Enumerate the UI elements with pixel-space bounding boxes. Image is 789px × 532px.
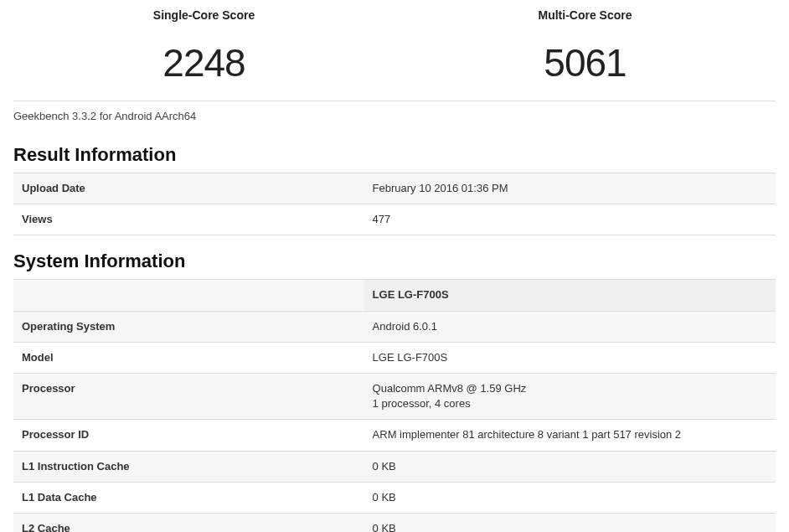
row-label: Processor — [13, 373, 364, 419]
row-value: 0 KB — [364, 513, 776, 532]
row-label: L1 Instruction Cache — [13, 451, 364, 482]
row-value: ARM implementer 81 architecture 8 varian… — [364, 420, 776, 451]
table-row: L1 Instruction Cache0 KB — [13, 451, 776, 482]
system-header-row: LGE LG-F700S — [13, 280, 776, 311]
scores-row: Single-Core Score 2248 Multi-Core Score … — [13, 8, 776, 101]
row-label: Operating System — [13, 311, 364, 342]
table-row: Operating SystemAndroid 6.0.1 — [13, 311, 776, 342]
row-value: 477 — [364, 204, 776, 235]
table-row: ProcessorQualcomm ARMv8 @ 1.59 GHz 1 pro… — [13, 373, 776, 419]
table-row: Views 477 — [13, 204, 776, 235]
row-label: L2 Cache — [13, 513, 364, 532]
row-label: Model — [13, 342, 364, 373]
row-label: L1 Data Cache — [13, 482, 364, 513]
result-info-title: Result Information — [13, 144, 776, 166]
table-row: L2 Cache0 KB — [13, 513, 776, 532]
row-label: Processor ID — [13, 420, 364, 451]
result-info-table: Upload Date February 10 2016 01:36 PM Vi… — [13, 173, 776, 235]
table-row: L1 Data Cache0 KB — [13, 482, 776, 513]
table-row: ModelLGE LG-F700S — [13, 342, 776, 373]
row-label: Upload Date — [13, 173, 364, 204]
single-core-label: Single-Core Score — [13, 8, 394, 22]
multi-core-label: Multi-Core Score — [394, 8, 776, 22]
single-core-value: 2248 — [13, 40, 394, 85]
version-note: Geekbench 3.3.2 for Android AArch64 — [13, 110, 776, 122]
single-core-col: Single-Core Score 2248 — [13, 8, 394, 85]
system-info-title: System Information — [13, 251, 776, 272]
device-header: LGE LG-F700S — [364, 280, 776, 311]
row-value: LGE LG-F700S — [364, 342, 776, 373]
multi-core-col: Multi-Core Score 5061 — [394, 8, 776, 85]
row-value: Qualcomm ARMv8 @ 1.59 GHz 1 processor, 4… — [364, 373, 776, 419]
row-value: 0 KB — [364, 482, 776, 513]
row-value: Android 6.0.1 — [364, 311, 776, 342]
empty-cell — [13, 280, 364, 311]
row-label: Views — [13, 204, 364, 235]
system-info-table: LGE LG-F700S Operating SystemAndroid 6.0… — [13, 279, 776, 532]
row-value: February 10 2016 01:36 PM — [364, 173, 776, 204]
table-row: Processor IDARM implementer 81 architect… — [13, 420, 776, 451]
table-row: Upload Date February 10 2016 01:36 PM — [13, 173, 776, 204]
row-value: 0 KB — [364, 451, 776, 482]
multi-core-value: 5061 — [394, 40, 776, 85]
